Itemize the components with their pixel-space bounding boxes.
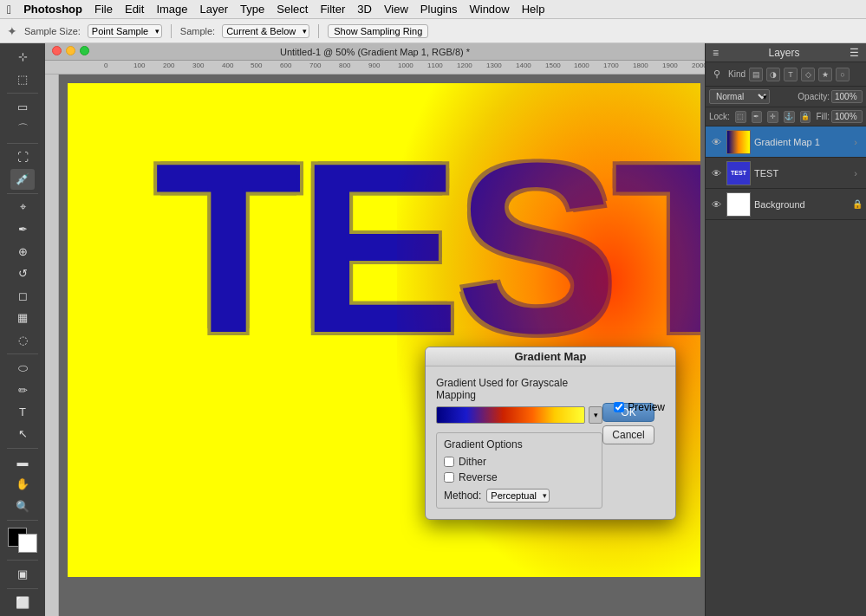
lock-label: Lock: xyxy=(709,112,730,121)
ruler-label-400: 400 xyxy=(222,62,233,69)
sampling-ring-button[interactable]: Show Sampling Ring xyxy=(328,24,428,38)
ruler-label-900: 900 xyxy=(368,62,380,69)
filter-shape-btn[interactable]: ◇ xyxy=(801,68,815,81)
blur-tool[interactable]: ◌ xyxy=(10,329,35,349)
lock-all-btn[interactable]: 🔒 xyxy=(800,111,811,123)
pen-tool[interactable]: ✏ xyxy=(10,379,35,399)
layer-row-background[interactable]: 👁 Background 🔒 xyxy=(706,189,866,220)
reverse-checkbox[interactable] xyxy=(444,472,454,483)
blend-mode-select-wrapper[interactable]: Normal xyxy=(709,89,770,104)
move-tool[interactable]: ⊹ xyxy=(10,47,35,67)
preview-checkbox[interactable] xyxy=(614,402,624,412)
lock-pixels-btn[interactable]: ✒ xyxy=(752,111,763,123)
menu-type[interactable]: Type xyxy=(240,3,264,16)
filter-toggle-btn[interactable]: ○ xyxy=(836,68,850,81)
dither-checkbox[interactable] xyxy=(444,457,454,467)
layer-eye-background[interactable]: 👁 xyxy=(709,198,723,211)
canvas-text-test: TEST xyxy=(154,126,700,369)
history-brush-tool[interactable]: ↺ xyxy=(10,263,35,283)
filter-smart-btn[interactable]: ★ xyxy=(818,68,832,81)
close-button[interactable] xyxy=(52,46,62,55)
menu-view[interactable]: View xyxy=(384,3,408,16)
rectangle-shape-tool[interactable]: ▬ xyxy=(10,452,35,472)
zoom-tool[interactable]: 🔍 xyxy=(10,496,35,516)
gradient-dropdown-button[interactable]: ▾ xyxy=(589,406,602,424)
menu-edit[interactable]: Edit xyxy=(125,3,144,16)
gradient-tool[interactable]: ▦ xyxy=(10,308,35,327)
sample-value-select-wrapper[interactable]: Current & Below xyxy=(222,24,309,38)
menu-filter[interactable]: Filter xyxy=(320,3,345,16)
method-select[interactable]: Perceptual Linear Classic xyxy=(486,489,550,503)
lock-artboard-btn[interactable]: ⚓ xyxy=(784,111,795,123)
menu-image[interactable]: Image xyxy=(156,3,187,16)
blend-mode-select[interactable]: Normal xyxy=(709,89,770,104)
ruler-label-1600: 1600 xyxy=(574,62,589,69)
menu-plugins[interactable]: Plugins xyxy=(420,3,458,16)
sample-size-select-wrapper[interactable]: Point Sample xyxy=(88,24,162,38)
panel-menu-icon[interactable]: ☰ xyxy=(850,47,859,59)
menu-help[interactable]: Help xyxy=(522,3,545,16)
fill-value[interactable]: 100% xyxy=(831,110,863,123)
gradient-map-dialog: Gradient Map OK Cancel Gradient Used for… xyxy=(425,347,676,520)
fill-control: Fill: 100% xyxy=(816,110,863,123)
opacity-value[interactable]: 100% xyxy=(831,90,863,103)
lock-transparent-btn[interactable]: ⬚ xyxy=(735,111,746,123)
layers-lock-bar: Lock: ⬚ ✒ ✛ ⚓ 🔒 Fill: 100% xyxy=(706,107,866,126)
layer-thumb-test: TEST xyxy=(726,161,751,185)
cancel-button[interactable]: Cancel xyxy=(602,425,654,444)
canvas-titlebar: Untitled-1 @ 50% (Gradient Map 1, RGB/8)… xyxy=(45,43,705,61)
sample-value-select[interactable]: Current & Below xyxy=(222,24,309,38)
path-select-tool[interactable]: ↖ xyxy=(10,424,35,444)
sample-size-select[interactable]: Point Sample xyxy=(88,24,162,38)
toolbar-sep-8 xyxy=(7,588,38,589)
clone-stamp-tool[interactable]: ⊕ xyxy=(10,242,35,262)
ruler-label-500: 500 xyxy=(251,62,262,69)
filter-adjust-btn[interactable]: ◑ xyxy=(766,68,780,81)
panel-header: ≡ Layers ☰ xyxy=(706,43,866,62)
toolbar-sep-5 xyxy=(7,448,38,449)
layer-options-test[interactable]: › xyxy=(849,166,863,180)
ruler-top: 0 100 200 300 400 500 600 700 800 900 10… xyxy=(45,61,705,75)
layer-eye-gradient-map[interactable]: 👁 xyxy=(709,135,723,149)
minimize-button[interactable] xyxy=(66,46,75,55)
layer-eye-test[interactable]: 👁 xyxy=(709,166,723,180)
opacity-label: Opacity: xyxy=(798,92,830,101)
ruler-label-800: 800 xyxy=(339,62,350,69)
canvas-viewport[interactable]: TEST TEST xyxy=(59,75,705,616)
brush-tool[interactable]: ✒ xyxy=(10,219,35,239)
dodge-tool[interactable]: ⬭ xyxy=(10,358,35,378)
eraser-tool[interactable]: ◻ xyxy=(10,285,35,305)
marquee-rect-tool[interactable]: ▭ xyxy=(10,97,35,117)
maximize-button[interactable] xyxy=(80,46,89,55)
apple-menu[interactable]:  xyxy=(7,3,11,16)
crop-tool[interactable]: ⛶ xyxy=(10,147,35,167)
screen-mode-tool[interactable]: ⬜ xyxy=(10,593,35,613)
color-swatch[interactable] xyxy=(8,528,37,553)
gradient-preview-swatch[interactable] xyxy=(436,406,585,424)
hand-tool[interactable]: ✋ xyxy=(10,474,35,494)
method-select-wrapper[interactable]: Perceptual Linear Classic xyxy=(486,489,550,503)
menu-photoshop[interactable]: Photoshop xyxy=(23,3,82,16)
layer-options-gradient-map[interactable]: › xyxy=(849,135,863,149)
type-tool[interactable]: T xyxy=(10,402,35,422)
eyedropper-tool[interactable]: 💉 xyxy=(10,169,35,189)
marquee-lasso-tool[interactable]: ⌒ xyxy=(10,119,35,139)
layer-row-gradient-map[interactable]: 👁 Gradient Map 1 › xyxy=(706,126,866,158)
menu-window[interactable]: Window xyxy=(469,3,509,16)
background-color[interactable] xyxy=(18,534,37,553)
filter-pixel-btn[interactable]: ▤ xyxy=(749,68,763,81)
filter-search-icon: ⚲ xyxy=(709,67,725,82)
layers-mode-bar: Normal Opacity: 100% xyxy=(706,87,866,107)
eyedropper-icon: ✦ xyxy=(7,24,17,38)
menu-layer[interactable]: Layer xyxy=(200,3,229,16)
layer-row-test[interactable]: 👁 TEST TEST › xyxy=(706,158,866,189)
menu-select[interactable]: Select xyxy=(277,3,308,16)
quick-mask-tool[interactable]: ▣ xyxy=(10,564,35,584)
filter-type-btn[interactable]: T xyxy=(784,68,798,81)
menu-3d[interactable]: 3D xyxy=(357,3,372,16)
lock-position-btn[interactable]: ✛ xyxy=(767,111,778,123)
menu-file[interactable]: File xyxy=(94,3,113,16)
artboard-tool[interactable]: ⬚ xyxy=(10,68,35,88)
healing-brush-tool[interactable]: ⌖ xyxy=(10,198,35,217)
panel-collapse-icon[interactable]: ≡ xyxy=(713,47,719,59)
